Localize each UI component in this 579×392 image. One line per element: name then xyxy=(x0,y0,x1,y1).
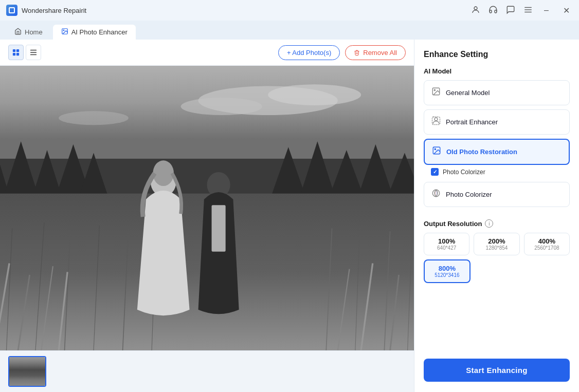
toolbar: + Add Photo(s) Remove All xyxy=(0,40,414,66)
home-icon xyxy=(14,28,22,36)
svg-point-51 xyxy=(153,160,174,186)
resolution-label: Output Resolution xyxy=(424,220,482,228)
main-content: + Add Photo(s) Remove All xyxy=(0,40,579,392)
profile-icon[interactable] xyxy=(471,5,480,16)
headset-icon[interactable] xyxy=(488,5,498,16)
app-title: Wondershare Repairit xyxy=(22,7,86,14)
old-photo-model-label: Old Photo Restoration xyxy=(446,148,562,156)
app-icon xyxy=(6,5,17,16)
resolution-grid: 100% 640*427 200% 1280*854 400% 2560*170… xyxy=(424,233,570,255)
colorizer-model-label: Photo Colorizer xyxy=(446,191,562,198)
model-colorizer[interactable]: Photo Colorizer xyxy=(424,182,570,207)
minimize-button[interactable]: – xyxy=(541,5,552,16)
nav-tab-enhancer[interactable]: AI Photo Enhancer xyxy=(53,25,136,40)
svg-rect-8 xyxy=(13,53,15,55)
resolution-section: Output Resolution i 100% 640*427 200% 12… xyxy=(424,219,570,283)
nav-tab-home[interactable]: Home xyxy=(6,25,51,40)
grid-view-button[interactable] xyxy=(8,45,24,60)
list-view-button[interactable] xyxy=(26,45,41,60)
right-panel: Enhance Setting AI Model General Model xyxy=(414,40,579,392)
old-photo-model-icon xyxy=(432,146,441,158)
remove-all-button[interactable]: Remove All xyxy=(345,45,406,60)
toolbar-actions: + Add Photo(s) Remove All xyxy=(278,45,406,60)
thumbnail-item[interactable] xyxy=(8,356,46,387)
model-general[interactable]: General Model xyxy=(424,80,570,105)
resolution-info-icon[interactable]: i xyxy=(485,219,493,228)
start-enhancing-button[interactable]: Start Enhancing xyxy=(424,359,570,382)
portrait-model-icon xyxy=(431,116,441,128)
svg-point-5 xyxy=(63,30,64,31)
colorizer-checkbox[interactable] xyxy=(431,168,439,176)
title-bar: Wondershare Repairit – ✕ xyxy=(0,0,579,21)
general-model-label: General Model xyxy=(446,89,562,97)
resolution-header: Output Resolution i xyxy=(424,219,570,228)
ai-model-section: AI Model General Model Portr xyxy=(424,67,570,211)
view-toggles xyxy=(8,45,41,60)
panel-title: Enhance Setting xyxy=(424,50,570,59)
title-bar-left: Wondershare Repairit xyxy=(6,5,86,16)
chat-icon[interactable] xyxy=(506,5,515,16)
svg-rect-9 xyxy=(16,53,19,55)
ai-model-label: AI Model xyxy=(424,67,570,75)
svg-rect-7 xyxy=(16,49,19,52)
svg-rect-10 xyxy=(30,50,37,51)
svg-rect-11 xyxy=(30,52,37,53)
photo-display xyxy=(0,66,414,350)
model-portrait[interactable]: Portrait Enhancer xyxy=(424,109,570,135)
left-panel: + Add Photo(s) Remove All xyxy=(0,40,414,392)
res-800[interactable]: 800% 5120*3416 xyxy=(424,259,471,283)
svg-rect-12 xyxy=(30,54,37,55)
model-old-photo[interactable]: Old Photo Restoration xyxy=(424,139,570,165)
svg-point-55 xyxy=(434,89,435,90)
menu-icon[interactable] xyxy=(523,5,533,16)
svg-point-0 xyxy=(474,7,477,10)
svg-point-16 xyxy=(268,84,361,105)
portrait-model-label: Portrait Enhancer xyxy=(446,118,562,126)
thumbnail-strip xyxy=(0,350,414,392)
enhancer-icon xyxy=(61,28,68,36)
res-100[interactable]: 100% 640*427 xyxy=(424,233,469,255)
remove-all-label: Remove All xyxy=(363,49,397,57)
home-label: Home xyxy=(25,28,43,36)
svg-rect-53 xyxy=(212,205,226,251)
close-button[interactable]: ✕ xyxy=(560,5,573,16)
res-400[interactable]: 400% 2560*1708 xyxy=(524,233,570,255)
nav-bar: Home AI Photo Enhancer xyxy=(0,21,579,40)
image-area xyxy=(0,66,414,350)
sub-option-label: Photo Colorizer xyxy=(443,169,485,176)
general-model-icon xyxy=(431,87,441,99)
svg-point-18 xyxy=(59,111,129,125)
svg-point-17 xyxy=(181,98,262,115)
svg-point-56 xyxy=(435,118,438,121)
spacer xyxy=(424,291,570,350)
add-photos-button[interactable]: + Add Photo(s) xyxy=(278,45,340,60)
res-200[interactable]: 200% 1280*854 xyxy=(474,233,519,255)
sub-option-colorizer[interactable]: Photo Colorizer xyxy=(424,165,570,182)
svg-rect-6 xyxy=(13,49,15,52)
enhancer-label: AI Photo Enhancer xyxy=(71,28,128,36)
colorizer-model-icon xyxy=(431,189,441,200)
title-bar-controls: – ✕ xyxy=(471,5,573,16)
